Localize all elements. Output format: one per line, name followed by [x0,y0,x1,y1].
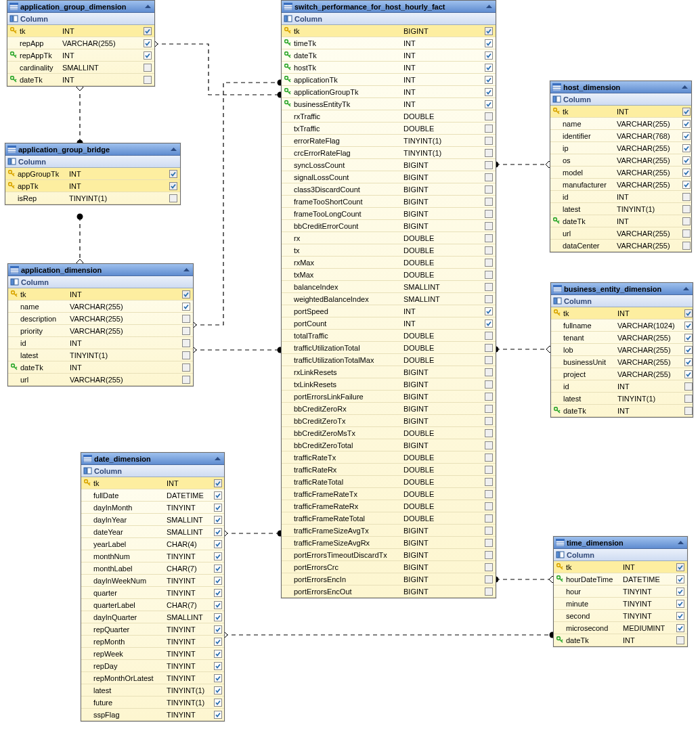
checkbox[interactable] [676,636,685,645]
checkbox[interactable] [484,294,494,304]
collapse-icon[interactable] [485,2,494,11]
table-row[interactable]: quarterLabelCHAR(7) [81,599,224,611]
checkbox[interactable] [484,380,494,389]
checkbox[interactable] [684,321,693,330]
checkbox[interactable] [181,290,191,299]
table-row[interactable]: rxTrafficDOUBLE [282,110,496,123]
table-row[interactable]: syncLossCountBIGINT [282,159,496,171]
checkbox[interactable] [181,314,191,324]
table-row[interactable]: repMonthOrLatestTINYINT [81,672,224,684]
checkbox[interactable] [484,331,494,340]
checkbox[interactable] [213,479,223,488]
table-row[interactable]: repAppVARCHAR(255) [7,37,154,49]
checkbox[interactable] [484,392,494,401]
checkbox[interactable] [213,552,223,561]
checkbox[interactable] [213,564,223,573]
checkbox[interactable] [484,502,494,511]
table-row[interactable]: modelVARCHAR(255) [550,167,691,179]
table-row[interactable]: trafficFrameRateTotalDOUBLE [282,512,496,525]
checkbox[interactable] [484,489,494,499]
checkbox[interactable] [682,192,691,202]
checkbox[interactable] [484,87,494,97]
table-row[interactable]: weightedBalanceIndexSMALLINT [282,293,496,305]
table-row[interactable]: nameVARCHAR(255) [8,301,193,313]
table-row[interactable]: rxLinkResetsBIGINT [282,366,496,378]
checkbox[interactable] [484,173,494,182]
table-row[interactable]: timeTkINT [282,37,496,49]
collapse-icon[interactable] [680,83,689,91]
table-row[interactable]: hostTkINT [282,62,496,74]
table-row[interactable]: osVARCHAR(255) [550,154,691,167]
table-row[interactable]: txDOUBLE [282,244,496,257]
checkbox[interactable] [682,241,691,250]
table-row[interactable]: businessUnitVARCHAR(255) [551,356,693,368]
table-row[interactable]: tkINT [7,25,154,37]
table-row[interactable]: manufacturerVARCHAR(255) [550,179,691,191]
table-row[interactable]: bbCreditZeroMsTxDOUBLE [282,427,496,439]
checkbox[interactable] [684,406,693,416]
table-row[interactable]: portErrorsCrcBIGINT [282,561,496,573]
table-row[interactable]: rxDOUBLE [282,232,496,244]
table-row[interactable]: lobVARCHAR(255) [551,344,693,356]
checkbox[interactable] [684,309,693,318]
table-row[interactable]: dateYearSMALLINT [81,526,224,538]
table-row[interactable]: dayInQuarterSMALLINT [81,611,224,623]
checkbox[interactable] [484,355,494,365]
checkbox[interactable] [213,649,223,659]
table-row[interactable]: portSpeedINT [282,305,496,317]
checkbox[interactable] [676,587,685,596]
checkbox[interactable] [682,204,691,214]
table-row[interactable]: portErrorsEncInBIGINT [282,573,496,586]
table-row[interactable]: tkINT [551,307,693,319]
checkbox[interactable] [484,343,494,353]
table-row[interactable]: nameVARCHAR(255) [550,118,691,130]
table-row[interactable]: hourDateTimeDATETIME [554,573,687,586]
table-row[interactable]: fullnameVARCHAR(1024) [551,319,693,332]
checkbox[interactable] [181,351,191,360]
checkbox[interactable] [682,131,691,141]
checkbox[interactable] [484,185,494,194]
table-row[interactable]: dateTkINT [550,215,691,227]
checkbox[interactable] [684,333,693,343]
table-row[interactable]: futureTINYINT(1) [81,697,224,709]
collapse-icon[interactable] [182,265,191,274]
checkbox[interactable] [676,575,685,584]
checkbox[interactable] [143,75,152,85]
table-row[interactable]: portCountINT [282,317,496,330]
table-header[interactable]: date_dimension [81,453,224,465]
checkbox[interactable] [484,562,494,572]
table-row[interactable]: trafficRateTotalDOUBLE [282,476,496,488]
table-application_dimension[interactable]: application_dimensionColumntkINTnameVARC… [7,263,194,386]
table-row[interactable]: dateTkINT [282,49,496,62]
checkbox[interactable] [682,107,691,116]
checkbox[interactable] [213,686,223,695]
table-row[interactable]: idINT [550,191,691,203]
table-row[interactable]: tkINT [554,561,687,573]
table-row[interactable]: bbCreditErrorCountBIGINT [282,220,496,232]
checkbox[interactable] [484,538,494,548]
table-row[interactable]: priorityVARCHAR(255) [8,325,193,337]
table-row[interactable]: bbCreditZeroTxBIGINT [282,415,496,427]
table-row[interactable]: hourTINYINT [554,586,687,598]
checkbox[interactable] [484,441,494,450]
checkbox[interactable] [484,416,494,426]
table-row[interactable]: quarterTINYINT [81,587,224,599]
table-row[interactable]: minuteTINYINT [554,598,687,610]
table-row[interactable]: latestTINYINT(1) [81,684,224,697]
checkbox[interactable] [484,477,494,487]
table-row[interactable]: secondTINYINT [554,610,687,622]
table-row[interactable]: repWeekTINYINT [81,648,224,660]
checkbox[interactable] [181,375,191,384]
checkbox[interactable] [484,136,494,146]
checkbox[interactable] [484,246,494,255]
table-row[interactable]: txLinkResetsBIGINT [282,378,496,391]
table-row[interactable]: microsecondMEDIUMINT [554,622,687,634]
checkbox[interactable] [684,394,693,403]
checkbox[interactable] [484,209,494,219]
checkbox[interactable] [213,710,223,720]
checkbox[interactable] [684,357,693,367]
checkbox[interactable] [484,453,494,462]
table-header[interactable]: business_entity_dimension [551,283,693,295]
table-row[interactable]: errorRateFlagTINYINT(1) [282,135,496,147]
table-row[interactable]: businessEntityTkINT [282,98,496,110]
